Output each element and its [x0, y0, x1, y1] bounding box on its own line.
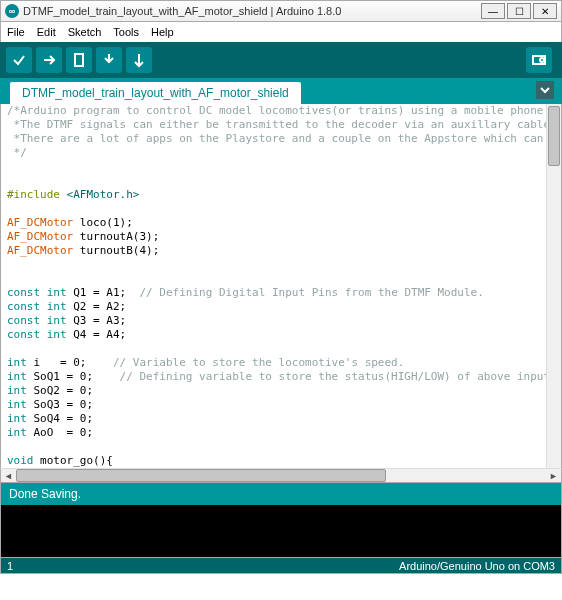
- window-title: DTMF_model_train_layout_with_AF_motor_sh…: [23, 5, 481, 17]
- footer-bar: 1 Arduino/Genuino Uno on COM3: [0, 557, 562, 574]
- svg-rect-0: [75, 54, 83, 66]
- toolbar: [0, 42, 562, 78]
- code-line[interactable]: [7, 202, 540, 216]
- code-line[interactable]: AF_DCMotor loco(1);: [7, 216, 540, 230]
- serial-monitor-button[interactable]: [526, 47, 552, 73]
- arduino-app-icon: ∞: [5, 4, 19, 18]
- upload-button[interactable]: [36, 47, 62, 73]
- code-line[interactable]: AF_DCMotor turnoutA(3);: [7, 230, 540, 244]
- save-button[interactable]: [126, 47, 152, 73]
- code-line[interactable]: int SoQ4 = 0;: [7, 412, 540, 426]
- editor-horizontal-scrollbar[interactable]: ◄ ►: [0, 468, 562, 483]
- window-titlebar: ∞ DTMF_model_train_layout_with_AF_motor_…: [0, 0, 562, 22]
- board-port-label: Arduino/Genuino Uno on COM3: [399, 560, 555, 572]
- svg-point-2: [540, 58, 544, 62]
- code-line[interactable]: #include <AFMotor.h>: [7, 188, 540, 202]
- scrollbar-thumb[interactable]: [548, 106, 560, 166]
- status-text: Done Saving.: [9, 487, 81, 501]
- close-button[interactable]: ✕: [533, 3, 557, 19]
- new-button[interactable]: [66, 47, 92, 73]
- scroll-left-arrow[interactable]: ◄: [1, 469, 16, 482]
- menu-help[interactable]: Help: [151, 26, 174, 38]
- code-line[interactable]: [7, 160, 540, 174]
- menu-sketch[interactable]: Sketch: [68, 26, 102, 38]
- code-line[interactable]: const int Q3 = A3;: [7, 314, 540, 328]
- code-line[interactable]: [7, 342, 540, 356]
- verify-button[interactable]: [6, 47, 32, 73]
- code-line[interactable]: *The DTMF signals can either be transmit…: [7, 118, 540, 132]
- code-line[interactable]: */: [7, 146, 540, 160]
- editor-vertical-scrollbar[interactable]: [546, 104, 561, 468]
- code-line[interactable]: int SoQ2 = 0;: [7, 384, 540, 398]
- code-line[interactable]: const int Q4 = A4;: [7, 328, 540, 342]
- tab-dropdown-button[interactable]: [536, 81, 554, 99]
- code-line[interactable]: [7, 258, 540, 272]
- code-line[interactable]: const int Q2 = A2;: [7, 300, 540, 314]
- menu-tools[interactable]: Tools: [113, 26, 139, 38]
- code-line[interactable]: [7, 440, 540, 454]
- code-line[interactable]: const int Q1 = A1; // Defining Digital I…: [7, 286, 540, 300]
- code-line[interactable]: int SoQ3 = 0;: [7, 398, 540, 412]
- code-line[interactable]: *There are a lot of apps on the Playstor…: [7, 132, 540, 146]
- code-line[interactable]: void motor_go(){: [7, 454, 540, 468]
- code-line[interactable]: [7, 272, 540, 286]
- code-line[interactable]: AF_DCMotor turnoutB(4);: [7, 244, 540, 258]
- code-line[interactable]: [7, 174, 540, 188]
- hscroll-thumb[interactable]: [16, 469, 386, 482]
- menu-edit[interactable]: Edit: [37, 26, 56, 38]
- tabbar: DTMF_model_train_layout_with_AF_motor_sh…: [0, 78, 562, 104]
- menubar: File Edit Sketch Tools Help: [0, 22, 562, 42]
- open-button[interactable]: [96, 47, 122, 73]
- sketch-tab[interactable]: DTMF_model_train_layout_with_AF_motor_sh…: [10, 82, 301, 104]
- maximize-button[interactable]: ☐: [507, 3, 531, 19]
- code-line[interactable]: /*Arduino program to control DC model lo…: [7, 104, 540, 118]
- status-bar: Done Saving.: [0, 483, 562, 505]
- minimize-button[interactable]: —: [481, 3, 505, 19]
- line-number: 1: [7, 560, 13, 572]
- menu-file[interactable]: File: [7, 26, 25, 38]
- code-line[interactable]: int AoO = 0;: [7, 426, 540, 440]
- code-editor[interactable]: /*Arduino program to control DC model lo…: [1, 104, 546, 468]
- console-output[interactable]: [0, 505, 562, 557]
- code-line[interactable]: int SoQ1 = 0; // Defining variable to st…: [7, 370, 540, 384]
- code-line[interactable]: int i = 0; // Variable to store the loco…: [7, 356, 540, 370]
- scroll-right-arrow[interactable]: ►: [546, 469, 561, 482]
